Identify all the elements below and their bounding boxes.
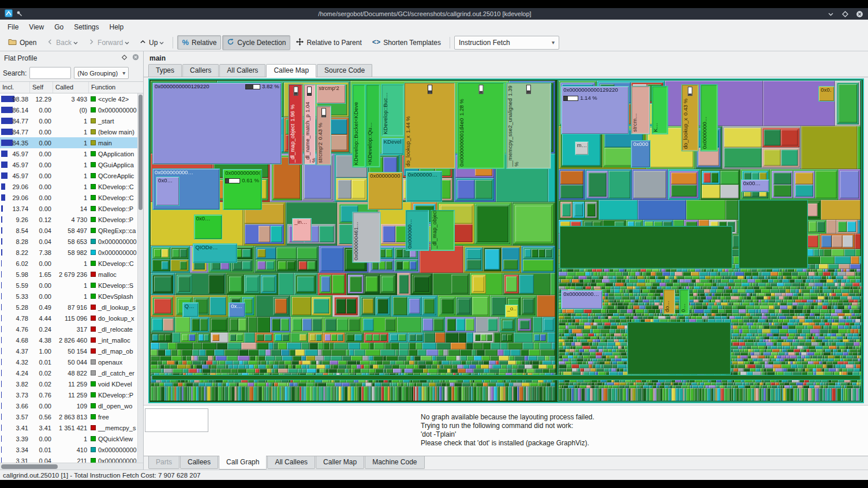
- back-button[interactable]: Back: [42, 36, 83, 50]
- table-row[interactable]: 3.730.7611 259KDevelop::P: [0, 389, 137, 400]
- table-row[interactable]: 45.970.001QGuiApplica: [0, 159, 137, 170]
- treemap-block-0x2d1b10[interactable]: 0x00000000002d1b100.61 %: [223, 169, 262, 210]
- treemap-block-strcmp2-top[interactable]: strcmp'2: [316, 84, 346, 104]
- treemap-block-do-gold-sm[interactable]: do…: [663, 289, 675, 314]
- shorten-templates-toggle[interactable]: <> Shorten Templates: [368, 36, 446, 50]
- callee-treemap[interactable]: 0x00000000001292203.82 %_dl_map_object1.…: [148, 78, 864, 403]
- treemap-block-do-lookup-x-2[interactable]: do_lookup_x0.43 %: [682, 84, 699, 151]
- minimize-button[interactable]: [827, 10, 835, 18]
- treemap-block-do-lookup-x[interactable]: do_lookup_x1.44 %: [404, 82, 455, 169]
- table-row[interactable]: 5.280.4987 916_dl_lookup_s: [0, 302, 137, 313]
- treemap-block-0x-purple-sub[interactable]: 0x0…: [156, 177, 179, 205]
- close-dock-icon[interactable]: [132, 54, 139, 62]
- table-row[interactable]: 84.770.001(below main): [0, 126, 137, 137]
- table-horizontal-scrollbar[interactable]: [0, 463, 143, 470]
- menu-settings[interactable]: Settings: [69, 21, 104, 33]
- column-incl[interactable]: Incl.: [0, 82, 30, 93]
- table-row[interactable]: 84.770.001_start: [0, 115, 137, 126]
- treemap-block-0x0-green[interactable]: 0x0…: [194, 215, 222, 240]
- treemap-block-strcm[interactable]: strcm…: [631, 86, 650, 134]
- table-row[interactable]: 4.240.0248 822_dl_catch_er: [0, 367, 137, 378]
- tab-all-callers[interactable]: All Callers: [219, 64, 265, 77]
- table-row[interactable]: 3.310.042110x000000000: [0, 455, 137, 463]
- grouping-combobox[interactable]: (No Grouping) ▾: [74, 67, 129, 79]
- treemap-block-0-green-sm[interactable]: 0…: [679, 289, 689, 314]
- treemap-block-dl-map-object-2[interactable]: _dl_map_object…: [431, 210, 455, 251]
- tab-callees[interactable]: Callees: [180, 456, 218, 469]
- table-row[interactable]: 86.140.00(0)0x000000000: [0, 104, 137, 115]
- menu-go[interactable]: Go: [49, 21, 69, 33]
- tab-machine-code[interactable]: Machine Code: [365, 456, 424, 469]
- treemap-block-0x461-gray[interactable]: 0x000000461…: [352, 212, 380, 262]
- table-row[interactable]: 8.540.0458 497QRegExp::ca: [0, 225, 137, 236]
- table-row[interactable]: 8.227.3858 9820x000000000: [0, 247, 137, 258]
- treemap-block-0x-teal[interactable]: 0x000000…: [406, 171, 442, 202]
- treemap-block-dl-map-object[interactable]: _dl_map_object1.96 %: [289, 84, 303, 165]
- scrollbar-thumb[interactable]: [1, 464, 58, 469]
- treemap-block-strcmp2-v[interactable]: strcmp'20.43 %: [316, 106, 331, 165]
- table-row[interactable]: 3.413.411 351 421__memcpy_s: [0, 422, 137, 433]
- treemap-block-kdev-bucket-1[interactable]: KDevelop::Bucket<KDeve: [352, 84, 365, 167]
- table-row[interactable]: 13.740.0014KDevelop::P: [0, 203, 137, 214]
- table-row[interactable]: 5.330.001KDevSplash: [0, 291, 137, 302]
- tab-source-code[interactable]: Source Code: [317, 64, 372, 77]
- table-row[interactable]: 45.970.001QApplication: [0, 148, 137, 159]
- column-function[interactable]: Function: [89, 82, 143, 93]
- treemap-block-kdev-bucke[interactable]: KDevel…::Bucke…: [381, 138, 405, 155]
- tab-all-callees[interactable]: All Callees: [267, 456, 315, 469]
- column-self[interactable]: Self: [30, 82, 53, 93]
- table-row[interactable]: 5.981.652 679 236malloc: [0, 269, 137, 280]
- table-row[interactable]: 4.760.24317_dl_relocate: [0, 324, 137, 335]
- forward-dropdown-icon[interactable]: [125, 39, 129, 47]
- treemap-block-qiode[interactable]: QIODe…: [193, 243, 237, 263]
- table-row[interactable]: 98.3812.293 493<cycle 42>: [0, 93, 137, 104]
- treemap-block-0x1d4e0[interactable]: 0x0000000001d4e01.28 %: [458, 82, 505, 169]
- relative-toggle[interactable]: % Relative: [177, 35, 221, 50]
- treemap-block-0x34034be8[interactable]: 0x0000000034034be8: [368, 172, 403, 211]
- relative-to-parent-toggle[interactable]: Relative to Parent: [291, 35, 366, 50]
- treemap-block-0x129220-main[interactable]: 0x00000000001292203.82 %: [152, 82, 282, 164]
- table-vertical-scrollbar[interactable]: [137, 93, 143, 463]
- treemap-block-memcpy-sse2[interactable]: __memcpy_sse2_unaligned1.39 %: [506, 82, 551, 169]
- treemap-block-0x000-blue[interactable]: 0x000…: [631, 140, 650, 168]
- close-button[interactable]: [856, 10, 863, 18]
- table-row[interactable]: 45.970.001QCoreApplic: [0, 170, 137, 181]
- tab-parts[interactable]: Parts: [148, 456, 179, 469]
- search-input[interactable]: [29, 67, 71, 79]
- tab-call-graph[interactable]: Call Graph: [219, 456, 267, 470]
- table-row[interactable]: 4.320.0150 044openaux: [0, 356, 137, 367]
- menu-help[interactable]: Help: [104, 21, 129, 33]
- up-button[interactable]: Up: [135, 36, 169, 50]
- treemap-block-kdev-buc[interactable]: KDevelop::Buc…: [381, 84, 405, 137]
- treemap-block-in-pink[interactable]: _in…: [292, 218, 311, 242]
- column-called[interactable]: Called: [53, 82, 89, 93]
- tab-callee-map[interactable]: Callee Map: [266, 64, 316, 77]
- menu-view[interactable]: View: [24, 21, 49, 33]
- table-row[interactable]: 84.350.001main: [0, 137, 137, 148]
- menu-file[interactable]: File: [2, 21, 24, 33]
- treemap-block-kdev-bucket-2[interactable]: <KDevelop::Qu…: [366, 84, 380, 167]
- cycle-detection-toggle[interactable]: Cycle Detection: [222, 35, 290, 50]
- table-row[interactable]: 5.590.001KDevelop::S: [0, 280, 137, 291]
- treemap-block-m-gray[interactable]: m…: [575, 141, 589, 155]
- treemap-block-0x-blue-sm[interactable]: 0x…: [229, 302, 245, 317]
- treemap-block-k-strip[interactable]: K…: [652, 86, 668, 134]
- treemap-block-q-teal-sm[interactable]: Q…: [182, 302, 199, 317]
- up-dropdown-icon[interactable]: [159, 39, 164, 47]
- tab-types[interactable]: Types: [148, 64, 182, 77]
- treemap-block-0x0-gold-tr[interactable]: 0x0…: [818, 86, 834, 102]
- table-row[interactable]: 29.060.001KDevelop::C: [0, 181, 137, 192]
- scrollbar-thumb[interactable]: [139, 95, 143, 210]
- table-row[interactable]: 6.020.001KDevelop::C: [0, 258, 137, 269]
- table-row[interactable]: 8.280.0458 6530x000000000: [0, 236, 137, 247]
- table-row[interactable]: 4.371.0050 154_dl_map_ob: [0, 346, 137, 356]
- open-button[interactable]: Open: [3, 35, 41, 50]
- table-row[interactable]: 4.684.382 826 460_int_malloc: [0, 335, 137, 346]
- back-dropdown-icon[interactable]: [73, 39, 78, 47]
- table-row[interactable]: 3.340.014100x000000000: [0, 444, 137, 455]
- tab-callers[interactable]: Callers: [182, 64, 219, 77]
- forward-button[interactable]: Forward: [84, 36, 134, 50]
- treemap-block-o-yellow-sm[interactable]: _o…: [505, 305, 518, 318]
- treemap-block-dl-name-match-p[interactable]: _dl_name_match_p1.04 %: [304, 84, 316, 165]
- treemap-block-0x00-purple-sm[interactable]: 0x00…: [741, 179, 769, 192]
